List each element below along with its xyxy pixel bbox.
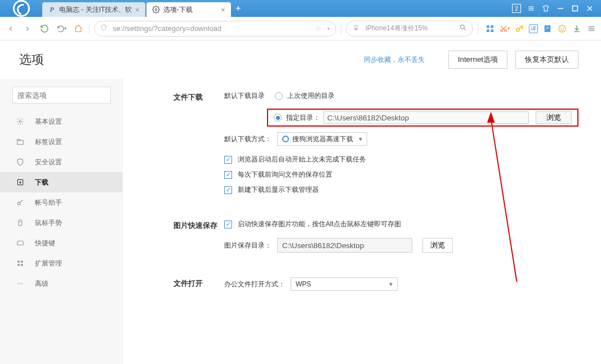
svg-rect-14: [487, 25, 489, 28]
browse-button[interactable]: 浏览: [536, 111, 572, 124]
svg-point-36: [17, 202, 20, 205]
sidebar-item-label: 扩展管理: [35, 259, 62, 268]
skin-icon[interactable]: [541, 4, 550, 13]
sidebar-item-advanced[interactable]: 高级: [0, 273, 122, 294]
section-title: 文件打开: [173, 277, 224, 296]
restore-count-icon[interactable]: 2: [512, 4, 521, 13]
chk-label: 每次下载前询问文件的保存位置: [238, 170, 332, 179]
specify-path-input[interactable]: [323, 111, 529, 124]
sidebar-item-label: 高级: [35, 279, 48, 289]
page-header: 选项 同步收藏，永不丢失 Internet选项 恢复本页默认: [0, 41, 601, 79]
sidebar-item-shortcuts[interactable]: 快捷键: [0, 233, 122, 253]
select-value: WPS: [296, 280, 311, 288]
page-title: 选项: [19, 51, 364, 68]
chk-label: 浏览器启动后自动开始上次未完成下载任务: [238, 155, 366, 164]
method-label: 默认下载方式：: [224, 134, 271, 144]
svg-point-45: [20, 283, 21, 284]
forward-button[interactable]: [21, 23, 34, 35]
search-bar[interactable]: iPhone14将涨价15%: [346, 21, 473, 37]
section-title: 文件下载: [173, 91, 224, 200]
sidebar-item-download[interactable]: 下载: [0, 172, 122, 192]
tab-close-icon[interactable]: ×: [221, 6, 225, 14]
new-tab-button[interactable]: +: [231, 0, 246, 17]
menu-lines-icon[interactable]: [527, 4, 536, 13]
sidebar-item-extensions[interactable]: 扩展管理: [0, 253, 122, 273]
tab-close-icon[interactable]: ×: [135, 6, 140, 14]
section-file-download: 文件下载 默认下载目录 上次使用的目录 指定目录： 浏览 默认下载方式：: [173, 91, 578, 200]
checkbox[interactable]: ✓: [224, 186, 232, 194]
download-method-select[interactable]: 搜狗浏览器高速下载 ▾: [277, 132, 367, 146]
sidebar-search-input[interactable]: [12, 87, 111, 104]
path-label: 图片保存目录：: [224, 241, 271, 250]
sync-link[interactable]: 同步收藏，永不丢失: [364, 55, 425, 65]
svg-point-12: [460, 25, 464, 29]
sidebar-item-security[interactable]: 安全设置: [0, 152, 122, 172]
address-bar[interactable]: se://settings/?category=download ☆ ▾: [94, 21, 336, 37]
svg-rect-34: [17, 141, 24, 145]
radio-last-used[interactable]: [275, 92, 283, 100]
internet-options-button[interactable]: Internet选项: [448, 51, 507, 69]
radio-specify-dir[interactable]: [274, 114, 282, 122]
svg-point-22: [517, 28, 519, 31]
tab-inactive[interactable]: P 电脑志 - 关注IT技术、软 ×: [42, 2, 145, 17]
reload-button[interactable]: [38, 23, 51, 35]
svg-point-28: [563, 28, 564, 28]
svg-point-46: [22, 283, 23, 284]
sidebar-item-basic[interactable]: 基本设置: [0, 111, 122, 132]
chk-label: 新建下载后显示下载管理器: [238, 185, 319, 195]
hamburger-icon[interactable]: [586, 24, 596, 34]
smile-icon[interactable]: [557, 24, 567, 34]
checkbox[interactable]: ✓: [224, 221, 232, 228]
toolbar-right-icons: ▾ 译: [483, 24, 596, 34]
browse-button[interactable]: 浏览: [422, 238, 453, 253]
row-default-dir: 默认下载目录 上次使用的目录: [224, 91, 578, 101]
sidebar-item-label: 鼠标手势: [35, 218, 62, 228]
row-chk-resume: ✓浏览器启动后自动开始上次未完成下载任务: [224, 155, 578, 164]
sidebar-item-mouse[interactable]: 鼠标手势: [0, 213, 122, 233]
svg-point-0: [155, 8, 157, 11]
tab-favicon: P: [48, 6, 56, 14]
sidebar-item-account[interactable]: 帐号助手: [0, 192, 122, 213]
download-icon: [16, 178, 25, 187]
note-icon[interactable]: [542, 24, 553, 34]
minimize-icon[interactable]: [556, 4, 565, 13]
sidebar-item-label: 安全设置: [35, 158, 62, 167]
svg-rect-5: [573, 6, 578, 11]
favorites-icon[interactable]: [485, 24, 495, 34]
section-quick-save: 图片快速保存 ✓启动快速保存图片功能，按住Alt点击鼠标左键即可存图 图片保存目…: [173, 219, 578, 258]
svg-point-26: [559, 25, 566, 32]
file-open-select[interactable]: WPS ▾: [291, 277, 398, 291]
titlebar: P 电脑志 - 关注IT技术、软 × 选项-下载 × + 2: [0, 0, 601, 17]
translate-icon[interactable]: 译: [529, 24, 538, 33]
last-used-label: 上次使用的目录: [287, 91, 335, 101]
close-icon[interactable]: [585, 4, 594, 13]
more-icon: [16, 279, 25, 288]
url-text: se://settings/?category=download: [113, 24, 221, 33]
paw-icon: [352, 24, 360, 33]
undo-button[interactable]: ▾: [55, 23, 68, 35]
star-icon[interactable]: ☆: [315, 24, 322, 33]
back-button[interactable]: [5, 23, 17, 35]
svg-rect-17: [491, 29, 493, 32]
sidebar: 基本设置 标签设置 安全设置 下载 帐号助手 鼠标手势 快捷键 扩展管理 高级: [0, 79, 123, 364]
browser-logo: [0, 0, 42, 17]
sidebar-item-tabs[interactable]: 标签设置: [0, 132, 122, 152]
search-icon[interactable]: [459, 24, 467, 33]
scissors-icon[interactable]: ▾: [500, 24, 510, 34]
download-icon[interactable]: [572, 24, 582, 34]
checkbox[interactable]: ✓: [224, 156, 232, 164]
tab-title: 选项-下载: [163, 5, 217, 15]
checkbox[interactable]: ✓: [224, 171, 232, 179]
svg-rect-43: [21, 264, 23, 266]
tab-active[interactable]: 选项-下载 ×: [146, 2, 231, 17]
key-icon[interactable]: [514, 24, 524, 34]
home-button[interactable]: [72, 23, 84, 35]
quicksave-path-input[interactable]: [277, 238, 412, 253]
svg-rect-37: [19, 220, 22, 226]
svg-point-9: [355, 25, 357, 26]
maximize-icon[interactable]: [571, 4, 580, 13]
section-title: 图片快速保存: [173, 219, 224, 258]
chk-label: 启动快速保存图片功能，按住Alt点击鼠标左键即可存图: [238, 219, 401, 229]
restore-defaults-button[interactable]: 恢复本页默认: [515, 51, 578, 69]
sidebar-item-label: 基本设置: [35, 117, 62, 127]
